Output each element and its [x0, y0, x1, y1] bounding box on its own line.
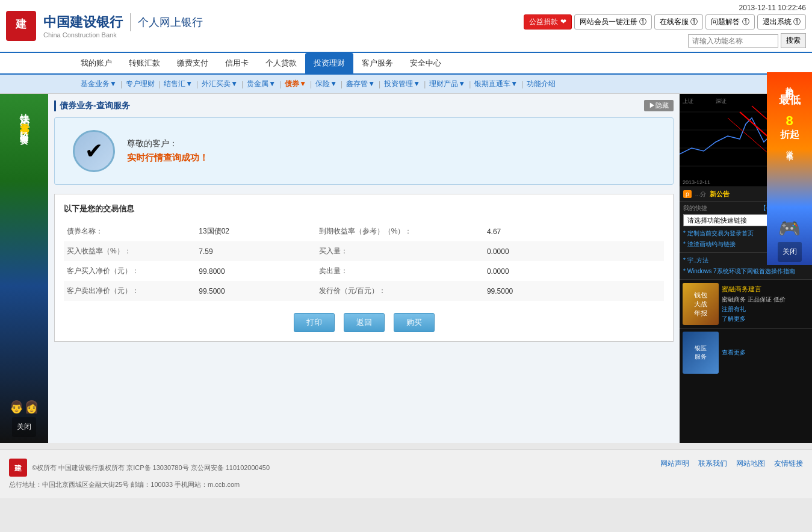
- transaction-title: 以下是您的交易信息: [64, 203, 664, 214]
- footer-copyright: ©权所有 中国建设银行版权所有 京ICP备 13030780号 京公网安备 11…: [32, 463, 270, 472]
- svg-text:建: 建: [14, 464, 22, 472]
- success-text: 尊敬的客户： 实时行情查询成功！: [127, 138, 208, 164]
- left-sidebar-ad: 快活生 无需登录 轻松缴费 👨‍👩 关闭: [0, 94, 48, 443]
- buy-yield-value: 7.59: [196, 241, 315, 261]
- subnav-direct[interactable]: 银期直通车▼: [472, 78, 520, 90]
- footer-link-sitemap[interactable]: 网站地图: [736, 459, 765, 469]
- footer-link-friends[interactable]: 友情链接: [774, 459, 803, 469]
- nav-security[interactable]: 安全中心: [401, 53, 450, 73]
- print-button[interactable]: 打印: [294, 313, 335, 332]
- ccb-footer-logo: 建: [9, 459, 27, 477]
- issue-price-value: 99.5000: [484, 281, 664, 301]
- footer-link-contact[interactable]: 联系我们: [698, 459, 727, 469]
- page-title: 债券业务-查询服务: [54, 101, 130, 111]
- bond-name-value: 13国债02: [196, 221, 315, 241]
- buy-button[interactable]: 购买: [394, 313, 435, 332]
- back-button[interactable]: 返回: [344, 313, 385, 332]
- buy-yield-label: 买入收益率（%）：: [64, 241, 196, 261]
- header-datetime: 2013-12-11 10:22:46: [739, 4, 806, 12]
- logout-btn[interactable]: 退出系统 ①: [757, 14, 806, 29]
- rs-ad-2-image: 银医服务: [683, 332, 719, 374]
- footer: 建 ©权所有 中国建设银行版权所有 京ICP备 13030780号 京公网安备 …: [0, 449, 812, 498]
- svg-text:2013-12-11: 2013-12-11: [683, 179, 710, 185]
- bank-name-cn: 中国建设银行: [43, 13, 123, 31]
- left-close-btn[interactable]: 关闭: [12, 417, 36, 437]
- search-input[interactable]: [688, 34, 778, 48]
- sell-qty-value: 0.0000: [484, 261, 664, 281]
- left-ad-people: 👨‍👩: [9, 400, 39, 414]
- success-panel: ✔ 尊敬的客户： 实时行情查询成功！: [54, 117, 674, 185]
- left-ad-text: 快活生: [18, 106, 31, 113]
- quicklink-4[interactable]: * Windows 7系统环境下网银首选操作指南: [683, 266, 808, 277]
- yield-label: 到期收益率（参考）（%）：: [316, 221, 484, 241]
- rs-ad-2: 银医服务 查看更多: [680, 329, 812, 377]
- sell-qty-label: 卖出量：: [316, 261, 484, 281]
- subnav-forex-settle[interactable]: 结售汇▼: [161, 78, 195, 90]
- hide-button[interactable]: ▶隐藏: [644, 100, 674, 111]
- rs-ad-1-image: 钱包大战年报: [683, 283, 719, 325]
- footer-link-statement[interactable]: 网站声明: [660, 459, 689, 469]
- footer-address: 总行地址：中国北京西城区金融大街25号 邮编：100033 手机网站：m.ccb…: [9, 480, 270, 489]
- ccb-logo-icon: 建: [6, 11, 36, 41]
- nav-myaccount[interactable]: 我的账户: [72, 53, 120, 73]
- sell-price-value: 99.5000: [196, 281, 315, 301]
- register-btn[interactable]: 网站会员一键注册 ①: [574, 14, 652, 29]
- rs-ad-2-more[interactable]: 查看更多: [722, 348, 746, 357]
- subnav-intro[interactable]: 功能介绍: [524, 78, 558, 90]
- subnav-precious[interactable]: 贵金属▼: [244, 78, 278, 90]
- action-buttons: 打印 返回 购买: [64, 313, 664, 332]
- info-table: 债券名称： 13国债02 到期收益率（参考）（%）： 4.67 买入收益率（%）…: [64, 221, 664, 301]
- buy-price-label: 客户买入净价（元）：: [64, 261, 196, 281]
- subnav-xin[interactable]: 鑫存管▼: [344, 78, 377, 90]
- subnav-private[interactable]: 专户理财: [123, 78, 157, 90]
- header-right: 2013-12-11 10:22:46 公益捐款 ❤ 网站会员一键注册 ① 在线…: [524, 4, 806, 48]
- buy-qty-label: 买入量：: [316, 241, 484, 261]
- right-floating-ad: 热销中 最低 8 折起 游戏点卡 🎮 关闭: [767, 72, 812, 265]
- yield-value: 4.67: [484, 221, 664, 241]
- personal-banking: 个人网上银行: [138, 15, 203, 29]
- faq-btn[interactable]: 问题解答 ①: [705, 14, 754, 29]
- nav-creditcard[interactable]: 信用卡: [217, 53, 257, 73]
- nav-loan[interactable]: 个人贷款: [257, 53, 305, 73]
- buy-price-value: 99.8000: [196, 261, 315, 281]
- rs-ad-1-more[interactable]: 了解更多: [722, 314, 786, 324]
- footer-left: 建 ©权所有 中国建设银行版权所有 京ICP备 13030780号 京公网安备 …: [9, 459, 270, 489]
- right-ad-image: 🎮: [778, 218, 801, 239]
- page-title-bar: 债券业务-查询服务 ▶隐藏: [54, 100, 674, 111]
- footer-links: 网站声明 联系我们 网站地图 友情链接: [660, 459, 803, 469]
- nav-transfer[interactable]: 转账汇款: [120, 53, 169, 73]
- search-button[interactable]: 搜索: [781, 33, 806, 48]
- nav-invest[interactable]: 投资理财: [305, 53, 353, 73]
- header: 建 中国建设银行 个人网上银行 China Construction Bank …: [0, 0, 812, 53]
- svg-text:上证: 上证: [683, 98, 693, 104]
- logo-area: 建 中国建设银行 个人网上银行 China Construction Bank: [6, 11, 203, 41]
- bank-name-area: 中国建设银行 个人网上银行 China Construction Bank: [43, 13, 203, 39]
- bond-name-label: 债券名称：: [64, 221, 196, 241]
- svg-text:深证: 深证: [716, 98, 727, 104]
- sell-price-label: 客户卖出净价（元）：: [64, 281, 196, 301]
- nav-service[interactable]: 客户服务: [353, 53, 401, 73]
- subnav-forex-trade[interactable]: 外汇买卖▼: [199, 78, 240, 90]
- right-ad-close-btn[interactable]: 关闭: [778, 242, 802, 262]
- subnav-insurance[interactable]: 保险▼: [313, 78, 339, 90]
- issue-price-label: 发行价（元/百元）：: [316, 281, 484, 301]
- nav-payment[interactable]: 缴费支付: [169, 53, 217, 73]
- news-icon: ρ: [683, 190, 692, 198]
- transaction-section: 以下是您的交易信息 债券名称： 13国债02 到期收益率（参考）（%）： 4.6…: [54, 194, 674, 342]
- main-nav: 我的账户 转账汇款 缴费支付 信用卡 个人贷款 投资理财 客户服务 安全中心: [0, 53, 812, 75]
- subnav-invest-mgmt[interactable]: 投资管理▼: [382, 78, 423, 90]
- charity-btn[interactable]: 公益捐款 ❤: [524, 14, 571, 29]
- buy-qty-value: 0.0000: [484, 241, 664, 261]
- subnav-bond[interactable]: 债券▼: [282, 78, 309, 90]
- main-content: 债券业务-查询服务 ▶隐藏 ✔ 尊敬的客户： 实时行情查询成功！ 以下是您的交易…: [48, 94, 680, 443]
- service-btn[interactable]: 在线客服 ①: [654, 14, 703, 29]
- new-notice-label: 新公告: [710, 190, 730, 199]
- rs-ad-1: 钱包大战年报 蜜融商务建言 蜜融商务 正品保证 低价 注册有礼 了解更多: [680, 280, 812, 329]
- sub-nav: 基金业务▼ | 专户理财 | 结售汇▼ | 外汇买卖▼ | 贵金属▼ | 债券▼…: [0, 75, 812, 94]
- success-icon: ✔: [73, 130, 115, 172]
- bank-name-en: China Construction Bank: [43, 31, 203, 39]
- svg-text:建: 建: [15, 18, 27, 30]
- subnav-fund[interactable]: 基金业务▼: [78, 78, 119, 90]
- subnav-wealth[interactable]: 理财产品▼: [427, 78, 468, 90]
